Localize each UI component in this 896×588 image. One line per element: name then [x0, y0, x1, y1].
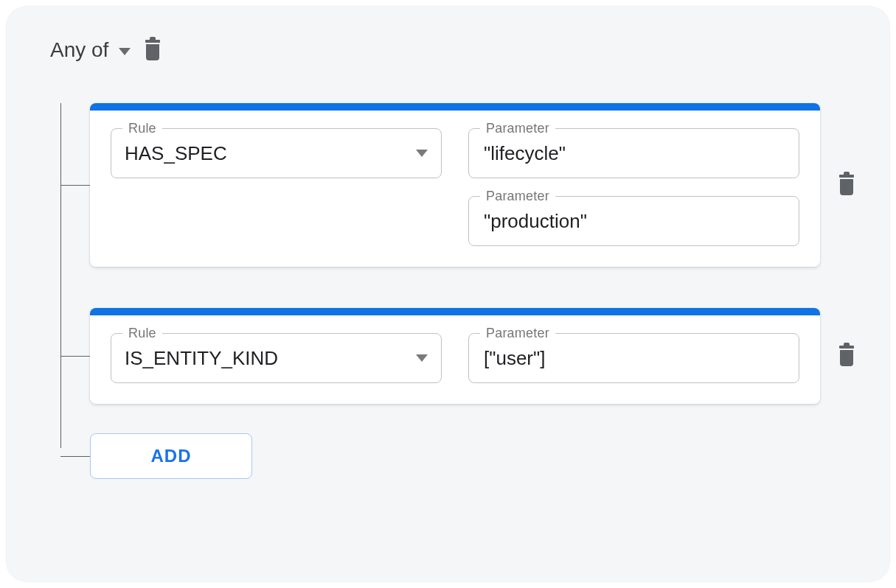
- add-rule-button[interactable]: ADD: [90, 433, 252, 479]
- delete-group-button[interactable]: [144, 40, 162, 60]
- rule-select-value: HAS_SPEC: [125, 142, 227, 165]
- parameter-input[interactable]: [482, 346, 785, 371]
- parameter-input[interactable]: [482, 141, 785, 166]
- delete-rule-button[interactable]: [838, 175, 855, 195]
- rule-card: Rule IS_ENTITY_KIND Parameter: [90, 308, 820, 404]
- parameter-input[interactable]: [482, 209, 785, 234]
- chevron-down-icon: [119, 48, 131, 55]
- parameter-field-label: Parameter: [480, 326, 555, 341]
- chevron-down-icon: [416, 150, 428, 157]
- parameter-field-label: Parameter: [480, 189, 555, 204]
- rule-builder-panel: Any of Rule HAS_: [6, 6, 890, 582]
- chevron-down-icon: [416, 354, 428, 362]
- rule-field-label: Rule: [122, 121, 162, 136]
- parameter-field-label: Parameter: [480, 121, 555, 136]
- add-rule-label: ADD: [151, 446, 192, 466]
- combinator-select[interactable]: Any of: [50, 38, 131, 62]
- delete-rule-button[interactable]: [838, 346, 855, 366]
- combinator-label: Any of: [50, 38, 108, 62]
- rule-select-value: IS_ENTITY_KIND: [125, 347, 278, 370]
- rule-card: Rule HAS_SPEC Parameter: [90, 103, 820, 267]
- rule-field-label: Rule: [122, 326, 162, 341]
